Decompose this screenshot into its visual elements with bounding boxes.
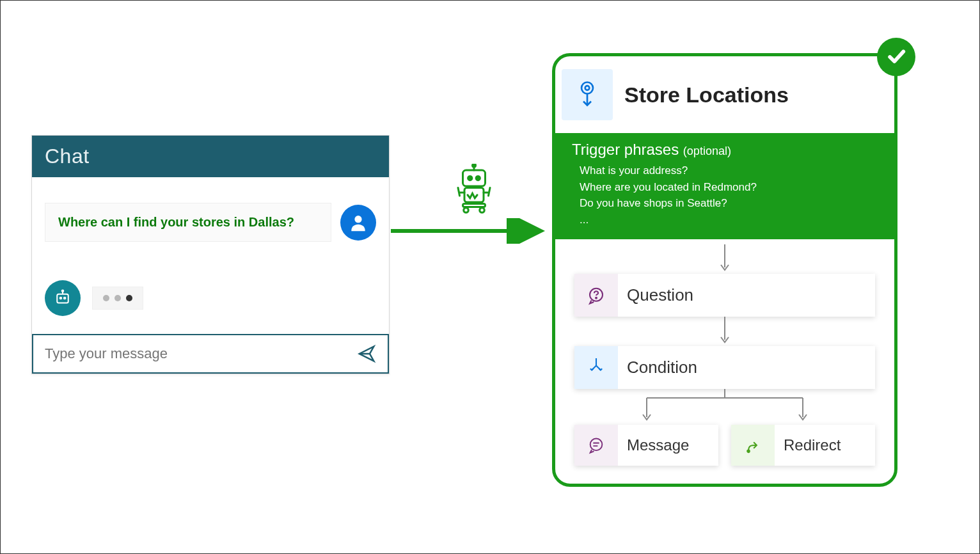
message-node[interactable]: Message [574,425,718,466]
condition-icon-cell [574,346,618,389]
svg-rect-8 [463,170,486,186]
user-avatar [340,205,376,241]
trigger-optional-label: (optional) [683,145,731,157]
bot-avatar [45,280,81,316]
down-arrow-icon [715,317,734,346]
message-label: Message [618,425,718,466]
svg-rect-18 [463,204,486,207]
redirect-label: Redirect [775,425,875,466]
redirect-icon [744,436,762,454]
svg-point-9 [468,176,472,180]
trigger-phrase: Do you have shops in Seattle? [580,195,878,212]
condition-label: Condition [618,346,875,389]
send-icon [357,344,376,363]
bot-icon [53,289,72,308]
svg-line-16 [458,188,460,196]
trigger-list: What is your address? Where are you loca… [580,162,878,228]
svg-point-19 [464,208,469,213]
chat-input-row [32,334,389,374]
trigger-phrase: ... [580,212,878,228]
bot-message-row [45,280,376,316]
flow-arrow [391,218,551,244]
message-icon-cell [574,425,618,466]
trigger-phrase: Where are you located in Redmond? [580,179,878,196]
svg-point-29 [590,439,603,451]
chat-panel: Chat Where can I find your stores in Dal… [31,135,390,374]
chat-title: Chat [32,136,389,177]
trigger-section: Trigger phrases (optional) What is your … [555,133,894,239]
topic-title: Store Locations [624,83,789,107]
branch-arrows [574,389,875,425]
redirect-node[interactable]: Redirect [731,425,875,466]
branch-row: Message Redirect [574,425,875,466]
condition-icon [587,358,605,377]
trigger-heading-label: Trigger phrases [572,141,679,158]
condition-node[interactable]: Condition [574,346,875,389]
svg-point-20 [480,208,485,213]
down-arrow-icon [715,244,734,274]
user-message: Where can I find your stores in Dallas? [45,203,331,242]
question-icon-cell [574,274,618,317]
success-badge [877,38,915,76]
svg-point-32 [747,450,750,453]
svg-point-0 [354,216,361,223]
topic-header: Store Locations [555,56,894,133]
robot-icon [448,164,500,215]
svg-point-22 [585,86,590,90]
svg-point-3 [64,297,66,299]
flow-nodes: Question Condition Message [555,239,894,466]
svg-point-5 [62,290,64,292]
trigger-icon [576,80,599,109]
svg-point-21 [581,83,593,94]
svg-rect-1 [57,294,68,303]
chat-body: Where can I find your stores in Dallas? [32,177,389,334]
trigger-phrase: What is your address? [580,162,878,179]
topic-flow-panel: Store Locations Trigger phrases (optiona… [552,53,897,487]
svg-line-17 [489,188,491,196]
chat-input[interactable] [43,345,356,363]
svg-point-10 [476,176,480,180]
message-icon [587,436,605,454]
trigger-heading: Trigger phrases (optional) [572,141,878,159]
typing-indicator [92,287,143,310]
question-icon [587,286,606,305]
question-label: Question [618,274,875,317]
svg-point-2 [60,297,62,299]
user-message-row: Where can I find your stores in Dallas? [45,203,376,242]
trigger-icon-box [562,69,613,120]
user-icon [348,212,368,233]
redirect-icon-cell [731,425,775,466]
svg-point-26 [596,297,597,298]
check-icon [885,46,907,68]
svg-point-12 [473,164,476,167]
send-button[interactable] [356,343,377,365]
question-node[interactable]: Question [574,274,875,317]
